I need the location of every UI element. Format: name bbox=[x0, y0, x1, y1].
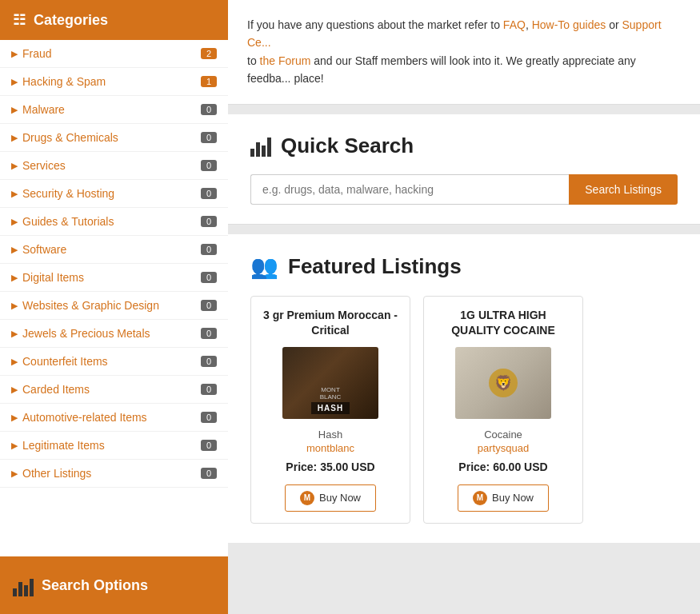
categories-header: ☷ Categories bbox=[0, 0, 228, 40]
quick-search-section: Quick Search Search Listings bbox=[228, 114, 700, 225]
hash-brand: MONTBLANC bbox=[320, 386, 342, 401]
chevron-right-icon: ▶ bbox=[11, 357, 18, 367]
featured-title: 👥 Featured Listings bbox=[250, 253, 678, 280]
search-input[interactable] bbox=[250, 174, 569, 205]
monero-icon-2: M bbox=[473, 491, 487, 505]
listing-card-1: 3 gr Premium Moroccan - Critical MONTBLA… bbox=[250, 296, 410, 524]
main-content: If you have any questions about the mark… bbox=[228, 0, 700, 614]
category-name: Fraud bbox=[22, 47, 52, 60]
buy-label-2: Buy Now bbox=[492, 492, 534, 504]
category-badge: 0 bbox=[201, 356, 217, 367]
category-name: Automotive-related Items bbox=[22, 411, 147, 424]
category-name: Other Listings bbox=[22, 467, 91, 480]
category-item-15[interactable]: ▶Other Listings0 bbox=[0, 460, 228, 488]
howto-link[interactable]: How-To guides bbox=[532, 18, 606, 31]
listing-price-2: Price: 60.00 USD bbox=[435, 460, 571, 473]
category-badge: 2 bbox=[201, 48, 217, 59]
buy-button-2[interactable]: M Buy Now bbox=[458, 484, 549, 512]
buy-button-1[interactable]: M Buy Now bbox=[285, 484, 376, 512]
category-badge: 0 bbox=[201, 384, 217, 395]
category-item-1[interactable]: ▶Hacking & Spam1 bbox=[0, 68, 228, 96]
category-badge: 0 bbox=[201, 272, 217, 283]
search-button[interactable]: Search Listings bbox=[569, 174, 678, 205]
category-item-9[interactable]: ▶Websites & Graphic Design0 bbox=[0, 292, 228, 320]
listing-title-1: 3 gr Premium Moroccan - Critical bbox=[262, 308, 398, 339]
info-text: If you have any questions about the mark… bbox=[247, 18, 662, 85]
category-item-2[interactable]: ▶Malware0 bbox=[0, 96, 228, 124]
search-options-label: Search Options bbox=[42, 577, 148, 594]
category-item-10[interactable]: ▶Jewels & Precious Metals0 bbox=[0, 320, 228, 348]
sidebar: ☷ Categories ▶Fraud2▶Hacking & Spam1▶Mal… bbox=[0, 0, 228, 614]
listing-category-2: Cocaine bbox=[435, 429, 571, 441]
quick-search-label: Quick Search bbox=[281, 134, 414, 158]
info-banner: If you have any questions about the mark… bbox=[228, 0, 700, 105]
category-name: Legitimate Items bbox=[22, 439, 105, 452]
category-item-4[interactable]: ▶Services0 bbox=[0, 152, 228, 180]
category-name: Services bbox=[22, 159, 66, 172]
featured-section: 👥 Featured Listings 3 gr Premium Morocca… bbox=[228, 234, 700, 543]
category-name: Software bbox=[22, 243, 66, 256]
category-item-12[interactable]: ▶Carded Items0 bbox=[0, 376, 228, 404]
category-item-8[interactable]: ▶Digital Items0 bbox=[0, 264, 228, 292]
category-badge: 0 bbox=[201, 244, 217, 255]
listing-category-1: Hash bbox=[262, 429, 398, 441]
monero-icon-1: M bbox=[300, 491, 314, 505]
categories-title: Categories bbox=[34, 12, 108, 29]
category-item-13[interactable]: ▶Automotive-related Items0 bbox=[0, 404, 228, 432]
chevron-right-icon: ▶ bbox=[11, 161, 18, 171]
category-badge: 0 bbox=[201, 440, 217, 451]
chevron-right-icon: ▶ bbox=[11, 133, 18, 143]
listing-card-2: 1G ULTRA HIGH QUALITY COCAINE 🦁 Cocaine … bbox=[423, 296, 583, 524]
category-badge: 0 bbox=[201, 132, 217, 143]
chevron-right-icon: ▶ bbox=[11, 189, 18, 199]
category-badge: 0 bbox=[201, 468, 217, 479]
category-name: Security & Hosting bbox=[22, 187, 114, 200]
bar-chart-icon bbox=[13, 574, 34, 596]
category-item-5[interactable]: ▶Security & Hosting0 bbox=[0, 180, 228, 208]
featured-label: Featured Listings bbox=[288, 254, 462, 279]
featured-icon: 👥 bbox=[250, 253, 278, 280]
chevron-right-icon: ▶ bbox=[11, 413, 18, 423]
listing-title-2: 1G ULTRA HIGH QUALITY COCAINE bbox=[435, 308, 571, 339]
category-badge: 0 bbox=[201, 104, 217, 115]
listings-grid: 3 gr Premium Moroccan - Critical MONTBLA… bbox=[250, 296, 678, 524]
listing-seller-1: montblanc bbox=[262, 442, 398, 454]
buy-label-1: Buy Now bbox=[319, 492, 361, 504]
category-name: Digital Items bbox=[22, 271, 84, 284]
chevron-right-icon: ▶ bbox=[11, 468, 18, 479]
category-badge: 0 bbox=[201, 412, 217, 423]
category-badge: 1 bbox=[201, 76, 217, 87]
category-name: Malware bbox=[22, 103, 65, 116]
category-item-14[interactable]: ▶Legitimate Items0 bbox=[0, 432, 228, 460]
category-item-0[interactable]: ▶Fraud2 bbox=[0, 40, 228, 68]
chevron-right-icon: ▶ bbox=[11, 49, 18, 59]
category-name: Drugs & Chemicals bbox=[22, 131, 118, 144]
category-item-6[interactable]: ▶Guides & Tutorials0 bbox=[0, 208, 228, 236]
faq-link[interactable]: FAQ bbox=[503, 18, 526, 31]
category-badge: 0 bbox=[201, 188, 217, 199]
quick-search-title: Quick Search bbox=[250, 134, 678, 158]
category-name: Websites & Graphic Design bbox=[22, 299, 159, 312]
category-name: Guides & Tutorials bbox=[22, 215, 114, 228]
listing-seller-2: partysquad bbox=[435, 442, 571, 454]
cocaine-badge: 🦁 bbox=[489, 369, 518, 397]
chevron-right-icon: ▶ bbox=[11, 273, 18, 283]
menu-icon: ☷ bbox=[13, 11, 26, 29]
search-options-button[interactable]: Search Options bbox=[0, 556, 228, 614]
chevron-right-icon: ▶ bbox=[11, 441, 18, 451]
listing-image-2: 🦁 bbox=[455, 347, 551, 419]
chevron-right-icon: ▶ bbox=[11, 105, 18, 115]
search-row: Search Listings bbox=[250, 174, 678, 205]
chevron-right-icon: ▶ bbox=[11, 245, 18, 255]
listing-image-1: MONTBLANC HASH bbox=[282, 347, 378, 419]
forum-link[interactable]: the Forum bbox=[260, 54, 311, 67]
category-item-11[interactable]: ▶Counterfeit Items0 bbox=[0, 348, 228, 376]
category-badge: 0 bbox=[201, 216, 217, 227]
category-item-3[interactable]: ▶Drugs & Chemicals0 bbox=[0, 124, 228, 152]
chevron-right-icon: ▶ bbox=[11, 301, 18, 311]
chevron-right-icon: ▶ bbox=[11, 217, 18, 227]
category-item-7[interactable]: ▶Software0 bbox=[0, 236, 228, 264]
quick-search-icon bbox=[250, 134, 271, 157]
chevron-right-icon: ▶ bbox=[11, 329, 18, 339]
listing-price-1: Price: 35.00 USD bbox=[262, 460, 398, 473]
